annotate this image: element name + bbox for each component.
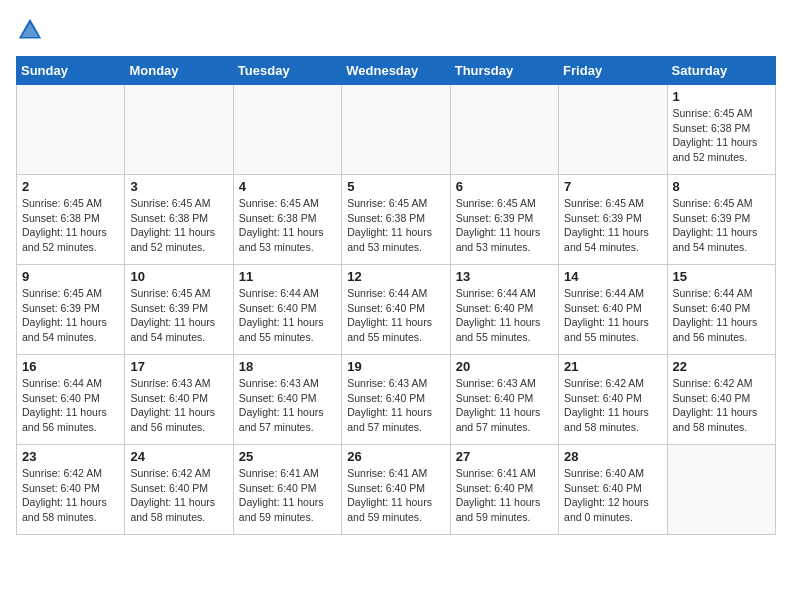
day-number: 25 bbox=[239, 449, 336, 464]
calendar-week-1: 1Sunrise: 6:45 AM Sunset: 6:38 PM Daylig… bbox=[17, 85, 776, 175]
calendar-cell: 16Sunrise: 6:44 AM Sunset: 6:40 PM Dayli… bbox=[17, 355, 125, 445]
day-info: Sunrise: 6:42 AM Sunset: 6:40 PM Dayligh… bbox=[673, 376, 770, 435]
day-info: Sunrise: 6:43 AM Sunset: 6:40 PM Dayligh… bbox=[239, 376, 336, 435]
day-number: 5 bbox=[347, 179, 444, 194]
day-number: 1 bbox=[673, 89, 770, 104]
calendar-cell: 19Sunrise: 6:43 AM Sunset: 6:40 PM Dayli… bbox=[342, 355, 450, 445]
weekday-header-saturday: Saturday bbox=[667, 57, 775, 85]
calendar-cell: 21Sunrise: 6:42 AM Sunset: 6:40 PM Dayli… bbox=[559, 355, 667, 445]
day-number: 23 bbox=[22, 449, 119, 464]
day-info: Sunrise: 6:44 AM Sunset: 6:40 PM Dayligh… bbox=[22, 376, 119, 435]
calendar-cell: 23Sunrise: 6:42 AM Sunset: 6:40 PM Dayli… bbox=[17, 445, 125, 535]
calendar-cell: 4Sunrise: 6:45 AM Sunset: 6:38 PM Daylig… bbox=[233, 175, 341, 265]
calendar-cell: 25Sunrise: 6:41 AM Sunset: 6:40 PM Dayli… bbox=[233, 445, 341, 535]
calendar-cell: 14Sunrise: 6:44 AM Sunset: 6:40 PM Dayli… bbox=[559, 265, 667, 355]
day-number: 18 bbox=[239, 359, 336, 374]
weekday-header-tuesday: Tuesday bbox=[233, 57, 341, 85]
day-info: Sunrise: 6:45 AM Sunset: 6:39 PM Dayligh… bbox=[130, 286, 227, 345]
day-info: Sunrise: 6:45 AM Sunset: 6:38 PM Dayligh… bbox=[673, 106, 770, 165]
day-info: Sunrise: 6:44 AM Sunset: 6:40 PM Dayligh… bbox=[564, 286, 661, 345]
calendar-cell bbox=[342, 85, 450, 175]
day-info: Sunrise: 6:41 AM Sunset: 6:40 PM Dayligh… bbox=[239, 466, 336, 525]
calendar-week-5: 23Sunrise: 6:42 AM Sunset: 6:40 PM Dayli… bbox=[17, 445, 776, 535]
weekday-header-thursday: Thursday bbox=[450, 57, 558, 85]
day-info: Sunrise: 6:41 AM Sunset: 6:40 PM Dayligh… bbox=[456, 466, 553, 525]
day-info: Sunrise: 6:45 AM Sunset: 6:38 PM Dayligh… bbox=[22, 196, 119, 255]
calendar-cell bbox=[233, 85, 341, 175]
day-number: 22 bbox=[673, 359, 770, 374]
day-number: 2 bbox=[22, 179, 119, 194]
day-number: 17 bbox=[130, 359, 227, 374]
day-number: 28 bbox=[564, 449, 661, 464]
day-number: 11 bbox=[239, 269, 336, 284]
day-number: 10 bbox=[130, 269, 227, 284]
day-number: 26 bbox=[347, 449, 444, 464]
day-info: Sunrise: 6:45 AM Sunset: 6:39 PM Dayligh… bbox=[564, 196, 661, 255]
weekday-header-wednesday: Wednesday bbox=[342, 57, 450, 85]
calendar-week-3: 9Sunrise: 6:45 AM Sunset: 6:39 PM Daylig… bbox=[17, 265, 776, 355]
calendar-cell: 15Sunrise: 6:44 AM Sunset: 6:40 PM Dayli… bbox=[667, 265, 775, 355]
calendar-cell: 22Sunrise: 6:42 AM Sunset: 6:40 PM Dayli… bbox=[667, 355, 775, 445]
day-number: 8 bbox=[673, 179, 770, 194]
day-info: Sunrise: 6:41 AM Sunset: 6:40 PM Dayligh… bbox=[347, 466, 444, 525]
calendar-cell: 11Sunrise: 6:44 AM Sunset: 6:40 PM Dayli… bbox=[233, 265, 341, 355]
calendar-cell: 12Sunrise: 6:44 AM Sunset: 6:40 PM Dayli… bbox=[342, 265, 450, 355]
calendar-week-2: 2Sunrise: 6:45 AM Sunset: 6:38 PM Daylig… bbox=[17, 175, 776, 265]
day-info: Sunrise: 6:42 AM Sunset: 6:40 PM Dayligh… bbox=[564, 376, 661, 435]
calendar-cell bbox=[667, 445, 775, 535]
calendar-cell: 28Sunrise: 6:40 AM Sunset: 6:40 PM Dayli… bbox=[559, 445, 667, 535]
calendar-week-4: 16Sunrise: 6:44 AM Sunset: 6:40 PM Dayli… bbox=[17, 355, 776, 445]
day-number: 4 bbox=[239, 179, 336, 194]
calendar-body: 1Sunrise: 6:45 AM Sunset: 6:38 PM Daylig… bbox=[17, 85, 776, 535]
calendar-cell: 9Sunrise: 6:45 AM Sunset: 6:39 PM Daylig… bbox=[17, 265, 125, 355]
calendar-cell: 20Sunrise: 6:43 AM Sunset: 6:40 PM Dayli… bbox=[450, 355, 558, 445]
day-number: 15 bbox=[673, 269, 770, 284]
day-number: 16 bbox=[22, 359, 119, 374]
day-number: 12 bbox=[347, 269, 444, 284]
day-number: 3 bbox=[130, 179, 227, 194]
logo-icon bbox=[16, 16, 44, 44]
day-number: 27 bbox=[456, 449, 553, 464]
day-number: 21 bbox=[564, 359, 661, 374]
weekday-header-monday: Monday bbox=[125, 57, 233, 85]
calendar-cell: 17Sunrise: 6:43 AM Sunset: 6:40 PM Dayli… bbox=[125, 355, 233, 445]
day-info: Sunrise: 6:44 AM Sunset: 6:40 PM Dayligh… bbox=[456, 286, 553, 345]
calendar-cell bbox=[17, 85, 125, 175]
calendar-cell: 6Sunrise: 6:45 AM Sunset: 6:39 PM Daylig… bbox=[450, 175, 558, 265]
weekday-header-sunday: Sunday bbox=[17, 57, 125, 85]
day-number: 19 bbox=[347, 359, 444, 374]
calendar-table: SundayMondayTuesdayWednesdayThursdayFrid… bbox=[16, 56, 776, 535]
day-info: Sunrise: 6:42 AM Sunset: 6:40 PM Dayligh… bbox=[22, 466, 119, 525]
calendar-cell: 8Sunrise: 6:45 AM Sunset: 6:39 PM Daylig… bbox=[667, 175, 775, 265]
day-number: 6 bbox=[456, 179, 553, 194]
day-info: Sunrise: 6:45 AM Sunset: 6:38 PM Dayligh… bbox=[130, 196, 227, 255]
day-number: 9 bbox=[22, 269, 119, 284]
weekday-header-friday: Friday bbox=[559, 57, 667, 85]
logo bbox=[16, 16, 48, 44]
day-number: 7 bbox=[564, 179, 661, 194]
day-info: Sunrise: 6:44 AM Sunset: 6:40 PM Dayligh… bbox=[239, 286, 336, 345]
day-info: Sunrise: 6:44 AM Sunset: 6:40 PM Dayligh… bbox=[347, 286, 444, 345]
day-number: 14 bbox=[564, 269, 661, 284]
calendar-cell: 3Sunrise: 6:45 AM Sunset: 6:38 PM Daylig… bbox=[125, 175, 233, 265]
day-number: 20 bbox=[456, 359, 553, 374]
calendar-cell: 2Sunrise: 6:45 AM Sunset: 6:38 PM Daylig… bbox=[17, 175, 125, 265]
calendar-cell: 27Sunrise: 6:41 AM Sunset: 6:40 PM Dayli… bbox=[450, 445, 558, 535]
day-info: Sunrise: 6:45 AM Sunset: 6:38 PM Dayligh… bbox=[347, 196, 444, 255]
calendar-cell: 18Sunrise: 6:43 AM Sunset: 6:40 PM Dayli… bbox=[233, 355, 341, 445]
day-info: Sunrise: 6:45 AM Sunset: 6:38 PM Dayligh… bbox=[239, 196, 336, 255]
day-number: 24 bbox=[130, 449, 227, 464]
day-info: Sunrise: 6:44 AM Sunset: 6:40 PM Dayligh… bbox=[673, 286, 770, 345]
calendar-cell: 13Sunrise: 6:44 AM Sunset: 6:40 PM Dayli… bbox=[450, 265, 558, 355]
calendar-cell bbox=[450, 85, 558, 175]
calendar-cell: 1Sunrise: 6:45 AM Sunset: 6:38 PM Daylig… bbox=[667, 85, 775, 175]
page-header bbox=[16, 16, 776, 44]
day-info: Sunrise: 6:45 AM Sunset: 6:39 PM Dayligh… bbox=[22, 286, 119, 345]
calendar-cell bbox=[559, 85, 667, 175]
day-info: Sunrise: 6:42 AM Sunset: 6:40 PM Dayligh… bbox=[130, 466, 227, 525]
day-info: Sunrise: 6:43 AM Sunset: 6:40 PM Dayligh… bbox=[456, 376, 553, 435]
calendar-cell: 26Sunrise: 6:41 AM Sunset: 6:40 PM Dayli… bbox=[342, 445, 450, 535]
calendar-cell: 10Sunrise: 6:45 AM Sunset: 6:39 PM Dayli… bbox=[125, 265, 233, 355]
day-info: Sunrise: 6:43 AM Sunset: 6:40 PM Dayligh… bbox=[347, 376, 444, 435]
day-number: 13 bbox=[456, 269, 553, 284]
